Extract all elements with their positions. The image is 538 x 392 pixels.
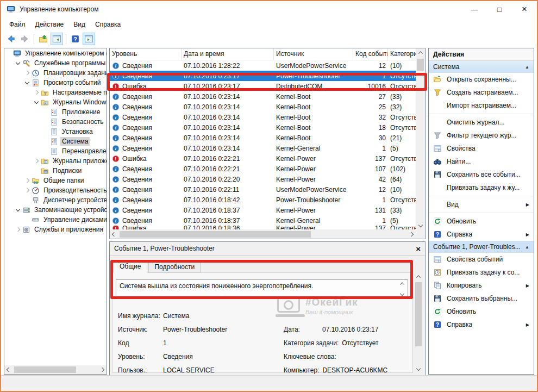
action-item[interactable]: Создать настраиваем... (429, 86, 534, 99)
help-button[interactable]: ? (69, 33, 82, 45)
action-item[interactable]: Привязать задачу к со... (429, 266, 534, 279)
tree-item[interactable]: Диспетчер устройств (4, 195, 107, 205)
collapse-expander-icon[interactable] (24, 80, 30, 86)
action-item[interactable]: Открыть сохраненны... (429, 73, 534, 86)
actions-group-header[interactable]: Система▲ (429, 61, 534, 73)
tree-item[interactable]: Безопасность (4, 117, 107, 127)
expand-expander-icon[interactable] (34, 90, 40, 96)
action-item[interactable]: Очистить журнал... (429, 116, 534, 129)
tree-item[interactable]: Управление компьютером (л (4, 48, 107, 58)
tree-item[interactable]: Производительность (4, 185, 107, 195)
tree-item[interactable]: Журналы Windows (4, 97, 107, 107)
column-header[interactable]: Уровень (110, 48, 182, 60)
event-row[interactable]: iСведения07.10.2016 0:22:20Kernel-Power4… (110, 174, 425, 184)
tree-item[interactable]: Служебные программы (4, 58, 107, 68)
tree-item[interactable]: Просмотр событий (4, 78, 107, 88)
maximize-button[interactable]: □ (487, 1, 512, 17)
event-row[interactable]: iСведения07.10.2016 0:22:21Kernel-Power1… (110, 164, 425, 174)
scroll-down-icon[interactable] (416, 221, 425, 229)
scroll-up-icon[interactable] (416, 48, 425, 57)
action-item[interactable]: Вид▶ (429, 198, 534, 211)
column-header[interactable]: Источник (274, 48, 353, 60)
tree-item[interactable]: Общие папки (4, 176, 107, 185)
event-row[interactable]: iСведения07.10.2016 1:28:22UserModePower… (110, 60, 425, 71)
collapse-expander-icon[interactable] (15, 60, 21, 66)
event-list-vertical-scrollbar[interactable] (416, 48, 425, 229)
action-item[interactable]: Обновить (429, 215, 534, 228)
expand-expander-icon[interactable] (24, 70, 30, 76)
tree-item[interactable]: Запоминающие устройст (4, 205, 107, 215)
action-item[interactable]: Обновить (429, 305, 534, 318)
expand-expander-icon[interactable] (24, 188, 30, 194)
back-button[interactable] (5, 33, 17, 45)
close-button[interactable]: × (512, 1, 537, 17)
forward-button[interactable] (18, 33, 31, 45)
actions-group-header[interactable]: Событие 1, Power-Troubles...▲ (429, 241, 534, 253)
event-row[interactable]: iСведения07.10.2016 0:22:11UserModePower… (110, 184, 425, 195)
collapse-expander-icon[interactable] (15, 207, 21, 213)
scroll-up-icon[interactable] (400, 282, 404, 287)
event-row[interactable]: !Ошибка07.10.2016 0:22:21Kernel-Power137… (110, 153, 425, 164)
scroll-right-icon[interactable] (98, 365, 107, 374)
event-row[interactable]: iСведения07.10.2016 0:23:14Kernel-Boot25… (110, 102, 425, 112)
tree-item[interactable]: Управление дисками (4, 215, 107, 225)
action-item[interactable]: Фильтр текущего жур... (429, 129, 534, 142)
minimize-button[interactable]: — (462, 1, 487, 17)
menu-item-3[interactable]: Справка (90, 19, 126, 30)
column-header[interactable]: Дата и время (182, 48, 274, 60)
tab-general[interactable]: Общие (113, 260, 147, 273)
event-row[interactable]: iСведения07.10.2016 0:18:42Power-Trouble… (110, 195, 425, 205)
expand-expander-icon[interactable] (24, 178, 30, 184)
scrollbar-thumb[interactable] (120, 231, 311, 238)
tree-item[interactable]: Установка (4, 127, 107, 136)
column-header[interactable]: Код события (353, 48, 388, 60)
column-header[interactable]: Категория задачи (388, 48, 417, 60)
tree-item[interactable]: Настраиваемые пр (4, 88, 107, 97)
action-item[interactable]: ?Справка▶ (429, 318, 534, 331)
up-one-level-button[interactable] (37, 33, 49, 45)
event-list-horizontal-scrollbar[interactable] (110, 229, 416, 239)
action-item[interactable]: ?Справка▶ (429, 228, 534, 241)
action-item[interactable]: Привязать задачу к жу... (429, 181, 534, 194)
scrollbar-thumb[interactable] (417, 59, 424, 71)
event-row[interactable]: !Ошибка07.10.2016 0:23:17DistributedCOM1… (110, 81, 425, 91)
menu-item-1[interactable]: Действие (30, 19, 69, 30)
event-row[interactable]: iСведения07.10.2016 0:18:37Kernel-Genera… (110, 215, 425, 226)
scroll-left-icon[interactable] (4, 365, 13, 374)
menu-item-2[interactable]: Вид (68, 19, 90, 30)
event-row[interactable]: iСведения07.10.2016 0:23:14Kernel-Boot32… (110, 112, 425, 122)
action-item[interactable]: Свойства событий (429, 253, 534, 266)
tree-item[interactable]: Система (4, 136, 107, 146)
tree-item[interactable]: Подписки (4, 166, 107, 176)
event-row[interactable]: iСведения07.10.2016 0:18:37Kernel-Power1… (110, 205, 425, 215)
tree-horizontal-scrollbar[interactable] (4, 365, 107, 374)
collapse-icon[interactable]: ▲ (525, 65, 529, 70)
toggle-action-pane-button[interactable] (83, 33, 95, 45)
action-item[interactable]: Копировать▶ (429, 279, 534, 292)
tree-item[interactable]: Приложение (4, 107, 107, 117)
event-row[interactable]: iСведения07.10.2016 0:23:14Kernel-Genera… (110, 143, 425, 153)
tree-item[interactable]: Журналы приложе (4, 156, 107, 166)
toggle-console-tree-button[interactable] (51, 33, 63, 45)
scrollbar-thumb[interactable] (14, 366, 76, 373)
scroll-left-icon[interactable] (110, 230, 118, 239)
action-item[interactable]: Сохранить все событи... (429, 168, 534, 181)
scrollbar-thumb[interactable] (415, 282, 422, 346)
action-item[interactable]: Импорт настраиваем... (429, 99, 534, 112)
close-icon[interactable]: × (416, 245, 421, 253)
collapse-expander-icon[interactable] (34, 99, 40, 105)
action-item[interactable]: Найти... (429, 155, 534, 168)
tree-item[interactable]: Планировщик заданий (4, 68, 107, 78)
menu-item-0[interactable]: Файл (4, 19, 30, 30)
scroll-down-icon[interactable] (414, 364, 423, 373)
action-item[interactable]: Свойства (429, 142, 534, 155)
tab-details[interactable]: Подробности (148, 262, 201, 273)
message-scrollbar[interactable] (398, 281, 406, 296)
scroll-down-icon[interactable] (400, 291, 404, 296)
event-row[interactable]: iСведения07.10.2016 0:23:14Kernel-Boot27… (110, 91, 425, 102)
scroll-right-icon[interactable] (407, 230, 416, 239)
scroll-up-icon[interactable] (414, 272, 423, 281)
action-item[interactable]: Сохранить выбранны... (429, 292, 534, 305)
collapse-icon[interactable]: ▲ (525, 245, 529, 250)
event-row[interactable]: iСведения07.10.2016 0:23:14Kernel-Boot30… (110, 133, 425, 143)
